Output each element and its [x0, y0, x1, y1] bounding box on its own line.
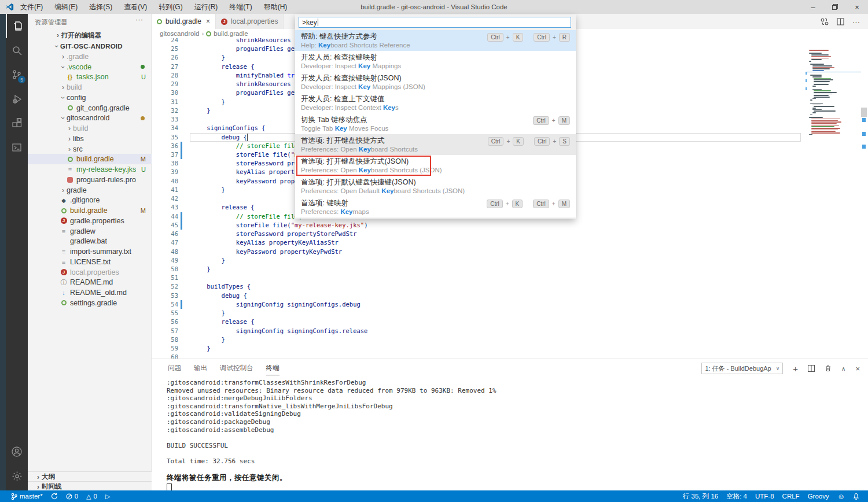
breadcrumb-file[interactable]: build.gradle [214, 30, 248, 37]
menu-r[interactable]: 运行(R) [189, 1, 223, 13]
sidebar-more-actions-icon[interactable]: ··· [135, 15, 143, 24]
tab-local-properties[interactable]: Jlocal.properties [216, 14, 284, 29]
palette-item-7[interactable]: 首选项: 打开默认键盘快捷键(JSON)Preferences: Open De… [295, 176, 576, 197]
palette-item-1[interactable]: 开发人员: 检查按键映射Developer: Inspect Key Mappi… [295, 51, 576, 72]
open-editors-section[interactable]: ›打开的编辑器 [28, 30, 152, 40]
terminal-output[interactable]: :gitoscandroid:transformClassesWithShrin… [167, 379, 496, 493]
activity-terminal-view-icon[interactable] [6, 135, 28, 160]
tree-item-gradle-properties[interactable]: Jgradle.properties [28, 216, 152, 226]
palette-item-8[interactable]: 首选项: 键映射Preferences: KeymapsCtrl+KCtrl+M [295, 197, 576, 217]
palette-item-0[interactable]: 帮助: 键盘快捷方式参考Help: Keyboard Shortcuts Ref… [295, 30, 576, 51]
close-button[interactable]: × [846, 0, 868, 14]
status-play[interactable]: ▷ [101, 490, 114, 502]
activity-search-icon[interactable] [6, 38, 28, 62]
overview-ruler[interactable] [860, 29, 868, 359]
tree-item-readme-md[interactable]: ⓘREADME.md [28, 277, 152, 287]
status-groovy[interactable]: Groovy [804, 490, 833, 502]
menu-g[interactable]: 转到(G) [153, 1, 187, 13]
tree-item-libs[interactable]: ›libs [28, 134, 152, 144]
minimap-line [814, 90, 831, 91]
tree-item--vscode[interactable]: ›.vscode [28, 62, 152, 72]
tree-item-proguard-rules-pro[interactable]: proguard-rules.pro [28, 175, 152, 185]
code-text: proguardFiles getD [192, 88, 302, 97]
status-crlf[interactable]: CRLF [778, 490, 804, 502]
tree-item-label: LICENSE.txt [70, 258, 111, 266]
new-terminal-icon[interactable]: + [793, 364, 798, 374]
menu-v[interactable]: 查看(V) [119, 1, 152, 13]
panel-tab-调试控制台[interactable]: 调试控制台 [220, 364, 253, 375]
tree-item-build-gradle[interactable]: build.gradleM [28, 205, 152, 216]
status-bell[interactable] [849, 490, 863, 502]
menu-bar: 文件(F)编辑(E)选择(S)查看(V)转到(G)运行(R)终端(T)帮助(H) [15, 1, 292, 13]
tree-item-gitoscandroid[interactable]: ›gitoscandroid [28, 113, 152, 123]
breadcrumb-folder[interactable]: gitoscandroid [160, 30, 199, 37]
open-changes-icon[interactable] [821, 18, 829, 25]
code-text: release { [192, 318, 254, 326]
activity-source-control-icon[interactable]: 5 [6, 62, 28, 87]
menu-f[interactable]: 文件(F) [15, 1, 48, 13]
restore-button[interactable] [824, 0, 846, 14]
panel-tab-终端[interactable]: 终端 [266, 364, 279, 375]
kill-terminal-icon[interactable] [825, 365, 832, 372]
maximize-panel-icon[interactable]: ∧ [841, 366, 845, 372]
palette-item-4[interactable]: 切换 Tab 键移动焦点Toggle Tab Key Moves FocusCt… [295, 113, 576, 134]
palette-item-3[interactable]: 开发人员: 检查上下文键值Developer: Inspect Context … [295, 93, 576, 113]
tree-item--gitignore[interactable]: ◆.gitignore [28, 195, 152, 205]
tree-item-local-properties[interactable]: Jlocal.properties [28, 267, 152, 278]
tree-item-gradle[interactable]: ›gradle [28, 185, 152, 195]
chevron-right-icon: › [66, 124, 73, 132]
menu-t[interactable]: 终端(T) [224, 1, 257, 13]
activity-explorer-icon[interactable] [6, 14, 28, 38]
panel-tab-输出[interactable]: 输出 [194, 364, 207, 375]
panel-tab-问题[interactable]: 问题 [168, 364, 181, 375]
tree-item-build[interactable]: ›build [28, 82, 152, 93]
activity-run-debug-icon[interactable] [6, 87, 28, 111]
tree-item-src[interactable]: ›src [28, 144, 152, 154]
tree-item-build-gradle[interactable]: build.gradleM [28, 154, 152, 164]
status-smiley[interactable]: ☺ [833, 490, 849, 502]
tree-item-license-txt[interactable]: ≡LICENSE.txt [28, 257, 152, 267]
activity-settings-icon[interactable] [6, 464, 28, 488]
menu-h[interactable]: 帮助(H) [259, 1, 293, 13]
tree-item-git-osc-android[interactable]: ›GIT-OSC-ANDROID [28, 41, 152, 51]
activity-extensions-icon[interactable] [6, 111, 28, 135]
code-text: storeFile file("my-release-key.jks") [192, 221, 367, 230]
close-tab-icon[interactable]: × [206, 17, 210, 25]
palette-item-2[interactable]: 开发人员: 检查按键映射(JSON)Developer: Inspect Key… [295, 72, 576, 93]
menu-e[interactable]: 编辑(E) [49, 1, 83, 13]
tree-item--gradle[interactable]: ›.gradle [28, 51, 152, 62]
activity-account-icon[interactable] [6, 440, 28, 464]
tree-item-gradlew[interactable]: ≡gradlew [28, 226, 152, 237]
tree-item-tasks-json[interactable]: {}tasks.jsonU [28, 72, 152, 82]
minimap[interactable] [809, 50, 859, 138]
split-editor-icon[interactable] [837, 18, 844, 25]
menu-s[interactable]: 选择(S) [84, 1, 117, 13]
more-actions-icon[interactable]: ··· [852, 17, 860, 26]
tree-item-my-release-key-jks[interactable]: ≡my-release-key.jksU [28, 164, 152, 175]
palette-item-detail: Toggle Tab Key Moves Focus [301, 124, 571, 133]
status-error[interactable]: 0 [62, 490, 82, 502]
tree-item-settings-gradle[interactable]: settings.gradle [28, 298, 152, 308]
terminal-select[interactable]: 1: 任务 - BuildDebugAp ∨ [701, 363, 783, 374]
tree-item-gradlew-bat[interactable]: gradlew.bat [28, 236, 152, 246]
status-branch[interactable]: master* [7, 490, 47, 502]
palette-item-detail: Help: Keyboard Shortcuts Reference [301, 41, 571, 50]
tab-build-gradle[interactable]: build.gradle× [152, 14, 216, 29]
status-sync[interactable] [47, 490, 62, 502]
status-warning[interactable]: △0 [82, 490, 101, 502]
tree-item-build[interactable]: ›build [28, 123, 152, 134]
sidebar-section-outline[interactable]: ›大纲 [28, 471, 159, 482]
status-utf-8[interactable]: UTF-8 [751, 490, 778, 502]
tree-item-config[interactable]: ›config [28, 93, 152, 103]
tree-item-readme-old-md[interactable]: ↓README_old.md [28, 287, 152, 298]
status--35-16[interactable]: 行 35, 列 16 [679, 490, 722, 502]
status--4[interactable]: 空格: 4 [722, 490, 751, 502]
tree-item-import-summary-txt[interactable]: ≡import-summary.txt [28, 246, 152, 257]
split-terminal-icon[interactable] [808, 365, 815, 372]
scrollbar-thumb[interactable] [861, 108, 867, 117]
palette-item-5[interactable]: 首选项: 打开键盘快捷方式Preferences: Open Keyboard … [295, 134, 576, 155]
tree-item-git-config-gradle[interactable]: git_config.gradle [28, 103, 152, 113]
minimize-button[interactable]: – [802, 0, 824, 14]
close-panel-icon[interactable]: × [855, 364, 860, 373]
command-palette-input[interactable]: >key [299, 17, 571, 28]
